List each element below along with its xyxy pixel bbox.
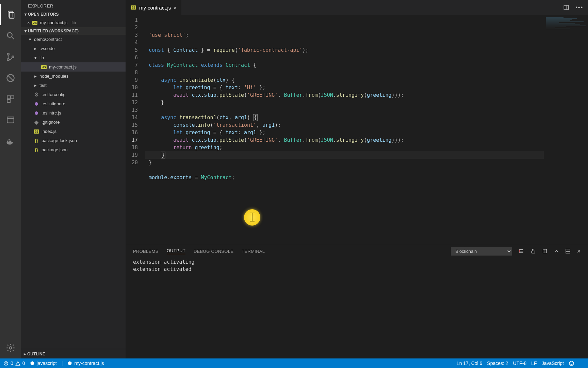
close-panel-icon[interactable]: × [577,248,581,255]
status-eslint-label: javascript [37,361,57,366]
tree-folder-root[interactable]: ▾ demoContract [21,35,126,44]
chevron-down-icon: ▾ [33,55,37,60]
svg-rect-27 [566,249,570,253]
output-channel-select[interactable]: Blockchain [451,247,512,256]
js-file-icon: JS [32,21,37,25]
tree-file-active[interactable]: JS my-contract.js [21,62,126,72]
status-eslint[interactable]: javascript [30,361,57,366]
chevron-right-icon: ▸ [24,352,26,356]
debug-icon[interactable] [0,67,21,89]
warning-count: 0 [22,361,25,366]
status-language[interactable]: JavaScript [542,361,564,366]
minimap[interactable] [544,15,588,244]
close-icon[interactable]: × [27,20,30,25]
lock-scroll-icon[interactable] [530,248,536,254]
status-indentation[interactable]: Spaces: 2 [487,361,508,366]
file-label: package-lock.json [42,138,77,143]
json-file-icon: {} [33,138,39,143]
file-label: .eslintrc.js [42,110,61,116]
outline-header[interactable]: ▸ OUTLINE [21,349,126,358]
split-editor-icon[interactable] [563,4,569,11]
search-icon[interactable] [0,25,21,46]
svg-point-4 [7,53,9,55]
feedback-icon[interactable] [569,361,574,366]
status-bar: 0 0 javascript | my-contract.js Ln 17, C… [0,358,588,368]
file-label: my-contract.js [49,64,77,70]
tree-folder[interactable]: ▸ .vscode [21,44,126,53]
tree-file[interactable]: .eslintrc.js [21,108,126,118]
activity-bar [0,0,21,358]
file-tree: ▾ demoContract ▸ .vscode ▾ lib JS my-con… [21,35,126,349]
click-indicator-icon [244,209,260,226]
collapse-panel-icon[interactable] [554,248,559,254]
workspace-header[interactable]: ▾ UNTITLED (WORKSPACE) [21,27,126,35]
tab-debug-console[interactable]: DEBUG CONSOLE [194,249,233,254]
editor-region: JS my-contract.js × ••• 1234567891011121… [126,0,588,358]
tree-folder[interactable]: ▸ node_modules [21,72,126,81]
more-icon[interactable]: ••• [575,4,583,11]
bottom-panel: PROBLEMS OUTPUT DEBUG CONSOLE TERMINAL B… [126,244,588,358]
folder-label: .vscode [39,46,55,51]
svg-rect-10 [11,96,14,99]
svg-point-36 [571,363,571,363]
open-editor-item[interactable]: × JS my-contract.js lib [21,18,126,27]
chevron-right-icon: ▸ [33,83,37,88]
output-content[interactable]: extension activatingextension activated [126,258,588,358]
status-eol[interactable]: LF [531,361,537,366]
status-file-label: my-contract.js [74,361,104,366]
js-file-icon: JS [41,65,46,69]
tab-problems[interactable]: PROBLEMS [133,249,159,254]
tree-folder-lib[interactable]: ▾ lib [21,53,126,62]
code-content[interactable]: 'use strict';const { Contract } = requir… [145,15,544,244]
svg-rect-13 [7,117,14,118]
clear-output-icon[interactable] [518,248,524,254]
tree-file[interactable]: ⚙ .editorconfig [21,90,126,99]
chevron-down-icon: ▾ [28,37,32,42]
notifications-icon[interactable] [579,361,585,366]
tree-file[interactable]: JS index.js [21,127,126,136]
error-count: 0 [11,361,13,366]
docker-icon[interactable] [0,131,21,152]
maximize-panel-icon[interactable] [565,248,571,254]
config-file-icon: ⚙ [33,93,39,96]
chevron-down-icon: ▾ [24,29,27,33]
tab-terminal[interactable]: TERMINAL [242,249,265,254]
status-file[interactable]: my-contract.js [67,361,104,366]
tree-file[interactable]: ◆ .gitignore [21,118,126,127]
chevron-down-icon: ▾ [24,12,27,17]
ibm-blockchain-icon[interactable] [0,110,21,131]
open-log-icon[interactable] [542,248,548,254]
svg-rect-9 [7,96,10,99]
close-icon[interactable]: × [174,5,177,11]
tree-file[interactable]: {} package-lock.json [21,136,126,145]
code-editor[interactable]: 1234567891011121314151617181920 'use str… [126,15,544,244]
extensions-icon[interactable] [0,89,21,110]
folder-label: node_modules [39,74,68,79]
status-encoding[interactable]: UTF-8 [513,361,527,366]
open-editors-label: OPEN EDITORS [28,12,59,17]
folder-label: demoContract [34,37,62,42]
settings-gear-icon[interactable] [0,337,21,358]
tree-file[interactable]: .eslintignore [21,99,126,108]
svg-point-5 [7,59,9,61]
open-editors-header[interactable]: ▾ OPEN EDITORS [21,11,126,18]
status-errors[interactable]: 0 0 [3,361,25,366]
svg-point-2 [7,33,12,37]
chevron-right-icon: ▸ [33,46,37,51]
tree-folder[interactable]: ▸ test [21,81,126,90]
svg-rect-16 [10,141,12,142]
panel-tabs: PROBLEMS OUTPUT DEBUG CONSOLE TERMINAL B… [126,244,588,258]
tab-label: my-contract.js [139,5,171,11]
separator: | [62,361,63,366]
tab-active[interactable]: JS my-contract.js × [126,0,182,15]
source-control-icon[interactable] [0,46,21,67]
sidebar-title: EXPLORER [21,0,126,11]
explorer-icon[interactable] [0,4,21,25]
tab-output[interactable]: OUTPUT [167,248,185,254]
status-cursor-position[interactable]: Ln 17, Col 6 [457,361,483,366]
tree-file[interactable]: {} package.json [21,145,126,154]
svg-rect-25 [532,251,535,253]
gitignore-file-icon: ◆ [33,121,39,124]
json-file-icon: {} [33,147,39,152]
chevron-right-icon: ▸ [33,74,37,79]
